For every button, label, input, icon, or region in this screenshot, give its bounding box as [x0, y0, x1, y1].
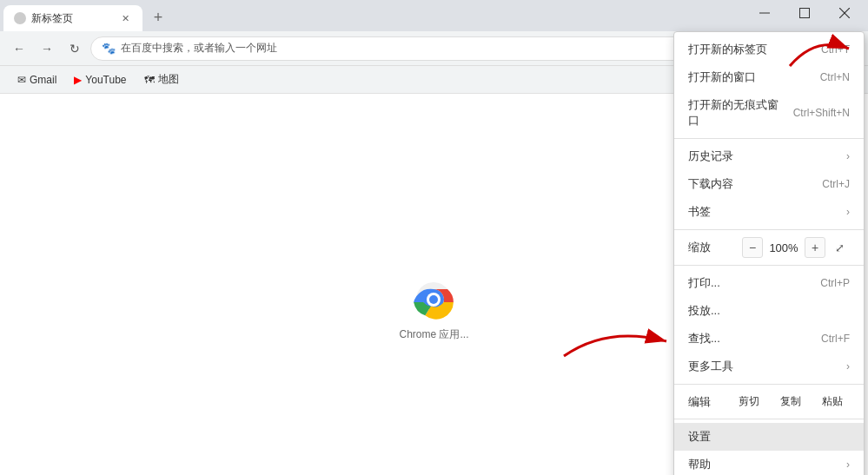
menu-item-incognito[interactable]: 打开新的无痕式窗口 Ctrl+Shift+N: [674, 91, 864, 135]
refresh-button[interactable]: ↻: [63, 36, 87, 61]
menu-edit-row: 编辑 剪切 复制 粘贴: [674, 388, 864, 415]
tab-close-btn[interactable]: ✕: [118, 11, 132, 25]
menu-item-cast[interactable]: 投放...: [674, 297, 864, 325]
address-text: 在百度中搜索，或者输入一个网址: [121, 41, 718, 56]
bookmark-maps[interactable]: 🗺 地图: [137, 69, 186, 89]
tab-title: 新标签页: [31, 11, 113, 26]
zoom-in-button[interactable]: +: [805, 237, 825, 258]
menu-item-help[interactable]: 帮助 ›: [674, 451, 864, 475]
menu-item-find[interactable]: 查找... Ctrl+F: [674, 325, 864, 353]
divider-5: [674, 419, 864, 419]
svg-rect-0: [759, 13, 770, 14]
divider-1: [674, 138, 864, 139]
paw-icon: 🐾: [102, 42, 116, 55]
menu-item-new-tab[interactable]: 打开新的标签页 Ctrl+T: [674, 36, 864, 63]
back-button[interactable]: ←: [7, 36, 31, 61]
bookmark-gmail[interactable]: ✉ Gmail: [10, 71, 63, 89]
chrome-logo: [413, 279, 454, 320]
address-bar[interactable]: 🐾 在百度中搜索，或者输入一个网址: [90, 36, 729, 61]
minimize-button[interactable]: [745, 0, 785, 29]
divider-4: [674, 384, 864, 385]
divider-3: [674, 265, 864, 266]
chrome-app-text: Chrome 应用...: [399, 327, 468, 342]
divider-2: [674, 229, 864, 230]
close-button[interactable]: [825, 0, 865, 29]
maps-icon: 🗺: [144, 74, 155, 86]
copy-button[interactable]: 复制: [773, 392, 808, 412]
menu-item-downloads[interactable]: 下载内容 Ctrl+J: [674, 170, 864, 198]
menu-item-bookmarks[interactable]: 书签 ›: [674, 198, 864, 226]
menu-item-print[interactable]: 打印... Ctrl+P: [674, 269, 864, 297]
browser-tab[interactable]: 新标签页 ✕: [3, 5, 142, 31]
paste-button[interactable]: 粘贴: [815, 392, 850, 412]
youtube-icon: ▶: [74, 74, 82, 86]
forward-button[interactable]: →: [35, 36, 59, 61]
cut-button[interactable]: 剪切: [732, 392, 766, 412]
menu-item-more-tools[interactable]: 更多工具 ›: [674, 353, 864, 380]
new-tab-button[interactable]: +: [146, 5, 170, 30]
bookmark-gmail-label: Gmail: [30, 74, 56, 86]
maximize-button[interactable]: [785, 0, 825, 29]
zoom-out-button[interactable]: −: [742, 237, 763, 258]
svg-rect-1: [800, 9, 810, 18]
chrome-app-area: Chrome 应用...: [399, 279, 468, 342]
menu-item-settings[interactable]: 设置: [674, 423, 864, 451]
menu-item-new-window[interactable]: 打开新的窗口 Ctrl+N: [674, 63, 864, 91]
svg-point-8: [429, 295, 438, 304]
bookmark-maps-label: 地图: [158, 72, 179, 87]
window-controls: [745, 0, 865, 29]
fullscreen-button[interactable]: ⤢: [829, 237, 850, 258]
menu-zoom-row: 缩放 − 100% + ⤢: [674, 234, 864, 261]
tab-favicon: [14, 12, 26, 24]
context-menu: 打开新的标签页 Ctrl+T 打开新的窗口 Ctrl+N 打开新的无痕式窗口 C…: [673, 31, 865, 475]
edit-label: 编辑: [688, 394, 725, 410]
zoom-value: 100%: [766, 241, 801, 254]
gmail-icon: ✉: [17, 74, 26, 86]
title-bar: 新标签页 ✕ +: [0, 0, 868, 31]
bookmark-youtube-label: YouTube: [85, 74, 126, 86]
bookmark-youtube[interactable]: ▶ YouTube: [67, 71, 133, 89]
zoom-label: 缩放: [688, 240, 739, 255]
menu-item-history[interactable]: 历史记录 ›: [674, 142, 864, 170]
